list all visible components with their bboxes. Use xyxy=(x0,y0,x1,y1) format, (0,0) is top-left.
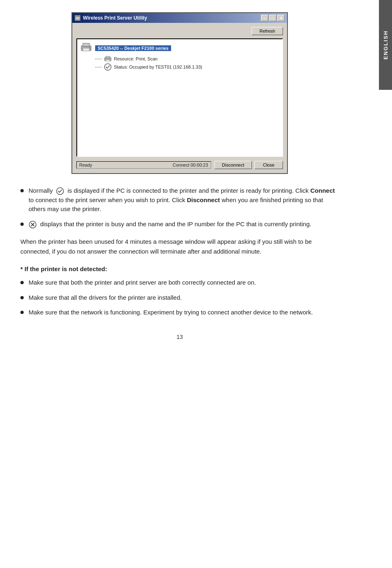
status-bar-right: Connect 00:00:23 xyxy=(173,163,208,167)
wireless-print-server-dialog: Wireless Print Server Utility – □ ✕ Refr… xyxy=(71,12,288,174)
titlebar-app-icon xyxy=(75,15,80,21)
status-icon xyxy=(104,63,111,71)
bullet1-prefix: Normally xyxy=(29,187,53,194)
bullet-item-1: Normally is displayed if the PC is conne… xyxy=(20,186,339,214)
svg-point-5 xyxy=(89,47,90,49)
svg-point-9 xyxy=(105,64,111,70)
svg-rect-3 xyxy=(83,43,89,46)
status-label: Status: Occupied by TEST01 (192.168.1.33… xyxy=(114,65,202,69)
window-close-button[interactable]: ✕ xyxy=(277,15,285,21)
unused-paragraph: When the printer has been unused for 4 m… xyxy=(20,237,339,256)
printer-icon xyxy=(80,42,92,53)
bullet-item-2: displays that the printer is busy and th… xyxy=(20,220,339,229)
disconnect-button[interactable]: Disconnect xyxy=(214,161,252,169)
titlebar-controls: – □ ✕ xyxy=(261,15,285,21)
printer-name-badge: SC535420 -- Deskjet F2100 series xyxy=(95,45,171,51)
page-number: 13 xyxy=(8,334,351,340)
detail-line xyxy=(95,59,102,59)
titlebar-left: Wireless Print Server Utility xyxy=(75,15,147,21)
bullet-dot-1 xyxy=(20,189,24,192)
resource-row: Resource: Print, Scan xyxy=(95,55,279,62)
bullet2-text: displays that the printer is busy and th… xyxy=(40,221,311,227)
bullet4-text: Make sure that all the drivers for the p… xyxy=(29,293,182,303)
printer-details: Resource: Print, Scan Status: xyxy=(95,55,279,71)
printer-name-row: SC535420 -- Deskjet F2100 series xyxy=(80,42,279,53)
status-bar-left: Ready xyxy=(79,163,92,167)
content-section: Normally is displayed if the PC is conne… xyxy=(8,186,351,317)
bottom-buttons: Disconnect Close xyxy=(214,161,283,169)
printer-list-area: SC535420 -- Deskjet F2100 series xyxy=(76,38,283,157)
connect-bold: Connect xyxy=(310,187,335,194)
refresh-button[interactable]: Refresh xyxy=(252,27,283,35)
bullet5-text: Make sure that the network is functionin… xyxy=(29,308,313,317)
dialog-top-row: Refresh xyxy=(76,27,283,35)
resource-label: Resource: Print, Scan xyxy=(114,56,158,61)
bullet-dot-2 xyxy=(20,223,24,226)
dialog-body: Refresh xyxy=(72,23,287,173)
status-bar: Ready Connect 00:00:23 xyxy=(76,161,211,169)
svg-rect-7 xyxy=(106,56,110,58)
dialog-bottom-row: Ready Connect 00:00:23 Disconnect Close xyxy=(76,161,283,169)
svg-point-10 xyxy=(57,188,64,195)
printer-item: SC535420 -- Deskjet F2100 series xyxy=(80,42,279,71)
printer-small-icon xyxy=(104,55,111,62)
bullet2-content: displays that the printer is busy and th… xyxy=(29,220,311,229)
dialog-titlebar: Wireless Print Server Utility – □ ✕ xyxy=(72,13,287,23)
not-detected-list: Make sure that both the printer and prin… xyxy=(20,278,339,317)
main-bullet-list: Normally is displayed if the PC is conne… xyxy=(20,186,339,229)
bullet-item-4: Make sure that all the drivers for the p… xyxy=(20,293,339,303)
x-circle-icon xyxy=(29,221,37,229)
minimize-button[interactable]: – xyxy=(261,15,268,21)
bullet-item-3: Make sure that both the printer and prin… xyxy=(20,278,339,287)
svg-rect-4 xyxy=(83,48,89,51)
language-sidebar: ENGLISH xyxy=(379,0,392,90)
not-detected-heading: * If the printer is not detected: xyxy=(20,265,339,272)
bullet-dot-5 xyxy=(20,311,24,314)
dialog-title: Wireless Print Server Utility xyxy=(83,15,147,21)
bullet-dot-4 xyxy=(20,296,24,299)
dialog-close-button[interactable]: Close xyxy=(254,161,283,169)
bullet-item-5: Make sure that the network is functionin… xyxy=(20,308,339,317)
status-row: Status: Occupied by TEST01 (192.168.1.33… xyxy=(95,63,279,71)
language-label: ENGLISH xyxy=(383,30,389,60)
detail-line-2 xyxy=(95,67,102,67)
check-circle-icon xyxy=(56,187,64,195)
bullet3-text: Make sure that both the printer and prin… xyxy=(29,278,256,287)
svg-rect-1 xyxy=(76,16,78,17)
svg-rect-8 xyxy=(106,60,110,61)
bullet1-content: Normally is displayed if the PC is conne… xyxy=(29,186,339,214)
bullet-dot-3 xyxy=(20,281,24,284)
maximize-button[interactable]: □ xyxy=(269,15,276,21)
bullet1-text: is displayed if the PC is connected to t… xyxy=(29,187,335,212)
disconnect-bold: Disconnect xyxy=(187,196,220,203)
